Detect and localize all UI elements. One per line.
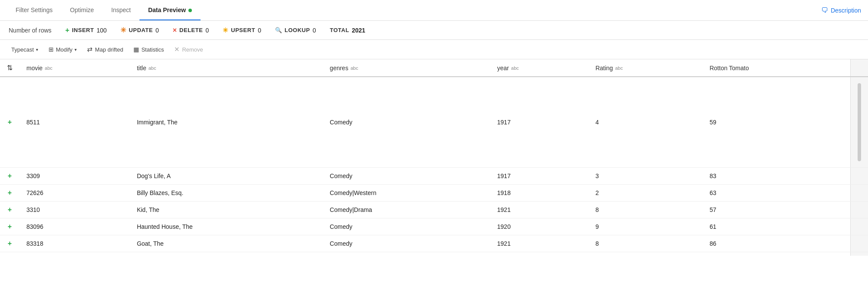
stats-bar: Number of rows + INSERT 100 ✳ UPDATE 0 ×… [0, 21, 868, 40]
row-action-5[interactable]: + [0, 235, 19, 252]
col-rating-type: abc [615, 65, 623, 71]
table-row: + 8511 Immigrant, The Comedy 1917 4 59 [0, 77, 868, 168]
cell-year-3: 1921 [490, 202, 589, 218]
cell-genres-0: Comedy [323, 77, 490, 168]
insert-label: INSERT [72, 27, 94, 33]
tab-inspect[interactable]: Inspect [103, 0, 139, 20]
table-row: + 83318 Goat, The Comedy 1921 8 86 [0, 235, 868, 252]
cell-movie-4: 83096 [19, 218, 130, 235]
cell-year-4: 1920 [490, 218, 589, 235]
cell-rotten-0: 59 [703, 77, 850, 168]
cell-title-2: Billy Blazes, Esq. [130, 185, 323, 202]
description-button[interactable]: 🗨 Description [821, 7, 861, 14]
col-year-type: abc [511, 65, 519, 71]
cell-title-3: Kid, The [130, 202, 323, 218]
scrollbar-cell-5 [851, 235, 868, 252]
insert-icon: + [65, 26, 69, 34]
data-table: ⇅ movie abc title abc [0, 59, 868, 256]
col-genres-label: genres [330, 65, 348, 72]
cell-rotten-3: 57 [703, 202, 850, 218]
remove-icon: ✕ [174, 46, 180, 53]
scrollbar-cell-2 [851, 185, 868, 202]
col-genres-type: abc [350, 65, 358, 71]
table-row: + 72626 Billy Blazes, Esq. Comedy|Wester… [0, 185, 868, 202]
cell-movie-2: 72626 [19, 185, 130, 202]
col-movie[interactable]: movie abc [19, 59, 130, 77]
upsert-value: 0 [258, 27, 261, 34]
col-rotten[interactable]: Rotton Tomato [703, 59, 850, 77]
table-row: + 83322 Boat, The Comedy 1920 4 65 [0, 252, 868, 256]
row-action-4[interactable]: + [0, 218, 19, 235]
col-rating-label: Rating [596, 65, 613, 72]
tab-filter-settings[interactable]: Filter Settings [7, 0, 62, 20]
lookup-value: 0 [313, 27, 316, 34]
modify-icon: ⊞ [49, 46, 54, 53]
row-count-label: Number of rows [9, 27, 52, 34]
upsert-icon: ✳ [223, 26, 228, 34]
modify-button[interactable]: ⊞ Modify ▾ [44, 44, 81, 55]
cell-title-5: Goat, The [130, 235, 323, 252]
stat-lookup: 🔍 LOOKUP 0 [275, 27, 316, 34]
cell-movie-0: 8511 [19, 77, 130, 168]
col-title[interactable]: title abc [130, 59, 323, 77]
cell-title-4: Haunted House, The [130, 218, 323, 235]
table-body: + 8511 Immigrant, The Comedy 1917 4 59 +… [0, 77, 868, 256]
cell-rating-0: 4 [589, 77, 703, 168]
scrollbar-cell-3 [851, 202, 868, 218]
row-action-6[interactable]: + [0, 252, 19, 256]
delete-icon: × [173, 26, 177, 34]
cell-year-1: 1917 [490, 168, 589, 185]
delete-value: 0 [205, 27, 209, 34]
col-genres[interactable]: genres abc [323, 59, 490, 77]
map-drifted-button[interactable]: ⇄ Map drifted [83, 43, 127, 55]
cell-rating-5: 8 [589, 235, 703, 252]
cell-rotten-5: 86 [703, 235, 850, 252]
tab-optimize[interactable]: Optimize [62, 0, 103, 20]
cell-genres-1: Comedy [323, 168, 490, 185]
row-action-0[interactable]: + [0, 77, 19, 168]
row-action-3[interactable]: + [0, 202, 19, 218]
cell-rating-1: 3 [589, 168, 703, 185]
sort-icon: ⇅ [7, 64, 13, 72]
table-row: + 83096 Haunted House, The Comedy 1920 9… [0, 218, 868, 235]
cell-genres-6: Comedy [323, 252, 490, 256]
total-value: 2021 [352, 27, 365, 34]
table-row: + 3309 Dog's Life, A Comedy 1917 3 83 [0, 168, 868, 185]
col-year[interactable]: year abc [490, 59, 589, 77]
map-drifted-icon: ⇄ [87, 46, 93, 53]
col-year-label: year [497, 65, 509, 72]
col-sort[interactable]: ⇅ [0, 59, 19, 77]
row-action-1[interactable]: + [0, 168, 19, 185]
lookup-label: LOOKUP [285, 27, 310, 33]
active-dot [188, 9, 192, 12]
tab-data-preview[interactable]: Data Preview [139, 0, 201, 20]
map-drifted-label: Map drifted [95, 46, 123, 53]
statistics-label: Statistics [141, 46, 164, 53]
col-rating[interactable]: Rating abc [589, 59, 703, 77]
data-table-container: ⇅ movie abc title abc [0, 59, 868, 256]
modify-label: Modify [56, 46, 72, 53]
table-row: + 3310 Kid, The Comedy|Drama 1921 8 57 [0, 202, 868, 218]
typecast-caret-icon: ▾ [36, 47, 38, 52]
cell-rotten-6: 65 [703, 252, 850, 256]
cell-rating-6: 4 [589, 252, 703, 256]
stat-update: ✳ UPDATE 0 [120, 26, 159, 34]
statistics-icon: ▦ [133, 46, 139, 53]
stat-insert: + INSERT 100 [65, 26, 107, 34]
cell-title-6: Boat, The [130, 252, 323, 256]
cell-title-0: Immigrant, The [130, 77, 323, 168]
row-action-2[interactable]: + [0, 185, 19, 202]
lookup-icon: 🔍 [275, 27, 282, 33]
typecast-button[interactable]: Typecast ▾ [7, 44, 42, 55]
insert-value: 100 [97, 27, 107, 34]
statistics-button[interactable]: ▦ Statistics [129, 44, 168, 55]
cell-movie-3: 3310 [19, 202, 130, 218]
remove-label: Remove [182, 46, 203, 53]
top-nav: Filter Settings Optimize Inspect Data Pr… [0, 0, 868, 21]
cell-year-2: 1918 [490, 185, 589, 202]
remove-button[interactable]: ✕ Remove [170, 43, 207, 55]
scrollbar-cell-1 [851, 168, 868, 185]
description-icon: 🗨 [821, 7, 828, 14]
toolbar: Typecast ▾ ⊞ Modify ▾ ⇄ Map drifted ▦ St… [0, 40, 868, 59]
cell-genres-5: Comedy [323, 235, 490, 252]
